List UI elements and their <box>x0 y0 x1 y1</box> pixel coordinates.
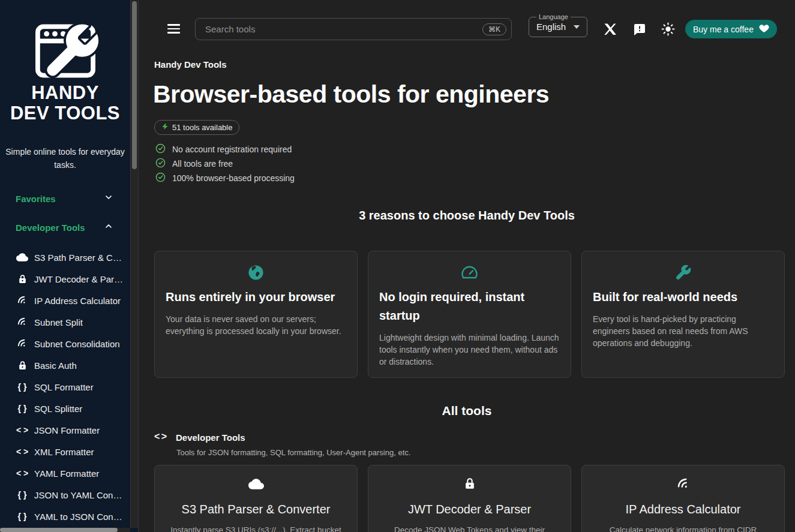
lock-icon <box>378 476 561 494</box>
sidebar-item-label: YAML to JSON Con… <box>34 512 122 522</box>
checklist-text: No account registration required <box>172 145 292 154</box>
signal-icon <box>16 294 29 306</box>
sidebar-item-ip-calculator[interactable]: IP Address Calculator <box>0 290 130 311</box>
logo-title-line1: HANDY <box>0 83 130 103</box>
tool-cards: S3 Path Parser & Converter Instantly par… <box>154 465 785 532</box>
sidebar-item-label: Basic Auth <box>34 360 77 371</box>
sidebar-item-jwt-decoder[interactable]: JWT Decoder & Par… <box>0 268 130 290</box>
tool-card-s3-path-parser[interactable]: S3 Path Parser & Converter Instantly par… <box>154 465 358 532</box>
category-subtitle: Tools for JSON formatting, SQL formattin… <box>176 448 410 457</box>
checklist-text: All tools are free <box>172 159 233 169</box>
theme-toggle-sun-button[interactable] <box>660 21 676 37</box>
reason-card-browser: Runs entirely in your browser Your data … <box>154 251 358 378</box>
code-icon: < > <box>154 431 166 442</box>
search-input[interactable] <box>204 23 482 35</box>
tool-card-title: IP Address Calculator <box>592 503 775 516</box>
sidebar-item-yaml-to-json[interactable]: { } YAML to JSON Con… <box>0 506 130 527</box>
feedback-button[interactable] <box>631 21 647 37</box>
tool-card-description: Calculate network information from CIDR <box>592 524 775 532</box>
sidebar-section-favorites[interactable]: Favorites <box>0 193 130 204</box>
sidebar-item-sql-splitter[interactable]: { } SQL Splitter <box>0 398 130 419</box>
signal-icon <box>16 316 29 328</box>
main-content: ⌘K Language English <box>138 0 795 532</box>
sidebar-item-subnet-split[interactable]: Subnet Split <box>0 311 130 333</box>
hamburger-menu-button[interactable] <box>167 24 180 36</box>
sidebar-item-json-formatter[interactable]: < > JSON Formatter <box>0 419 130 441</box>
code-icon: < > <box>16 446 29 458</box>
sidebar-section-developer-tools[interactable]: Developer Tools <box>0 222 130 233</box>
scrollbar-thumb[interactable] <box>132 1 137 169</box>
sidebar-item-yaml-formatter[interactable]: < > YAML Formatter <box>0 462 130 484</box>
page-title: Browser-based tools for engineers <box>153 80 549 109</box>
sidebar-tool-list: S3 Path Parser & C… JWT Decoder & Par… I… <box>0 247 130 527</box>
reason-card-title: Built for real-world needs <box>593 288 773 306</box>
gauge-icon <box>379 264 560 283</box>
search-box[interactable]: ⌘K <box>195 18 512 40</box>
hero-checklist: No account registration required All too… <box>155 142 295 185</box>
app-logo-icon <box>30 16 101 86</box>
sidebar-item-label: Subnet Consolidation <box>34 339 120 349</box>
sidebar-item-xml-formatter[interactable]: < > XML Formatter <box>0 441 130 462</box>
sidebar-item-label: JSON to YAML Con… <box>34 490 122 500</box>
sidebar-item-label: YAML Formatter <box>34 468 99 479</box>
reason-card-real-world: Built for real-world needs Every tool is… <box>581 251 785 378</box>
check-circle-icon <box>155 172 166 184</box>
sidebar-horizontal-scrollbar[interactable] <box>0 528 130 532</box>
keyboard-shortcut-badge: ⌘K <box>482 23 506 35</box>
bolt-icon <box>161 122 169 133</box>
braces-icon: { } <box>16 402 29 414</box>
reason-card-body: Your data is never saved on our servers;… <box>166 313 346 337</box>
sidebar-item-sql-formatter[interactable]: { } SQL Formatter <box>0 376 130 398</box>
language-label: Language <box>536 13 571 20</box>
reasons-heading: 3 reasons to choose Handy Dev Tools <box>139 209 795 223</box>
section-label: Developer Tools <box>16 223 85 233</box>
check-circle-icon <box>155 158 166 170</box>
cloud-icon <box>164 476 347 494</box>
app-window: HANDY DEV TOOLS Simple online tools for … <box>0 0 795 532</box>
x-twitter-button[interactable] <box>602 21 618 37</box>
reason-cards: Runs entirely in your browser Your data … <box>154 251 785 378</box>
wrench-icon <box>593 264 773 283</box>
checklist-item: 100% browser-based processing <box>155 171 295 185</box>
language-select[interactable]: Language English <box>529 13 587 37</box>
checklist-text: 100% browser-based processing <box>172 173 295 183</box>
chevron-down-icon <box>104 193 113 205</box>
reason-card-body: Every tool is hand-picked by practicing … <box>593 313 773 349</box>
tools-count-label: 51 tools available <box>172 123 232 132</box>
sidebar-item-label: S3 Path Parser & C… <box>34 253 122 263</box>
tools-count-badge: 51 tools available <box>154 120 239 135</box>
checklist-item: No account registration required <box>155 142 295 157</box>
tool-card-description: Decode JSON Web Tokens and view their <box>378 524 561 532</box>
caret-down-icon <box>573 21 580 32</box>
tool-card-title: S3 Path Parser & Converter <box>164 503 347 516</box>
sidebar-item-s3-path-parser[interactable]: S3 Path Parser & C… <box>0 247 130 268</box>
category-title: Developer Tools <box>176 432 245 443</box>
signal-icon <box>16 338 29 350</box>
sidebar-item-basic-auth[interactable]: Basic Auth <box>0 354 130 376</box>
signal-icon <box>592 476 775 494</box>
sidebar-item-subnet-consolidation[interactable]: Subnet Consolidation <box>0 333 130 354</box>
sidebar-vertical-scrollbar[interactable] <box>130 0 138 528</box>
scrollbar-thumb[interactable] <box>0 528 118 532</box>
code-icon: < > <box>16 467 29 479</box>
reason-card-title: No login required, instant startup <box>379 288 560 325</box>
breadcrumb-site-name: Handy Dev Tools <box>154 59 227 70</box>
braces-icon: { } <box>16 381 29 393</box>
reason-card-no-login: No login required, instant startup Light… <box>368 251 571 378</box>
coffee-button-label: Buy me a coffee <box>693 25 754 34</box>
sidebar-item-label: Subnet Split <box>34 317 83 327</box>
tool-card-description: Instantly parse S3 URIs (s3://...). Extr… <box>164 524 347 532</box>
braces-icon: { } <box>16 510 29 522</box>
tool-card-jwt-decoder[interactable]: JWT Decoder & Parser Decode JSON Web Tok… <box>368 465 571 532</box>
sidebar-item-label: JSON Formatter <box>34 425 100 435</box>
globe-icon <box>166 264 346 283</box>
tool-card-title: JWT Decoder & Parser <box>378 503 561 516</box>
sidebar-item-json-to-yaml[interactable]: { } JSON to YAML Con… <box>0 484 130 506</box>
buy-me-a-coffee-button[interactable]: Buy me a coffee <box>685 20 777 38</box>
check-circle-icon <box>155 143 166 155</box>
lock-icon <box>16 273 29 285</box>
reason-card-title: Runs entirely in your browser <box>166 288 346 306</box>
section-label: Favorites <box>16 194 56 204</box>
cloud-icon <box>16 251 29 263</box>
tool-card-ip-calculator[interactable]: IP Address Calculator Calculate network … <box>581 465 785 532</box>
